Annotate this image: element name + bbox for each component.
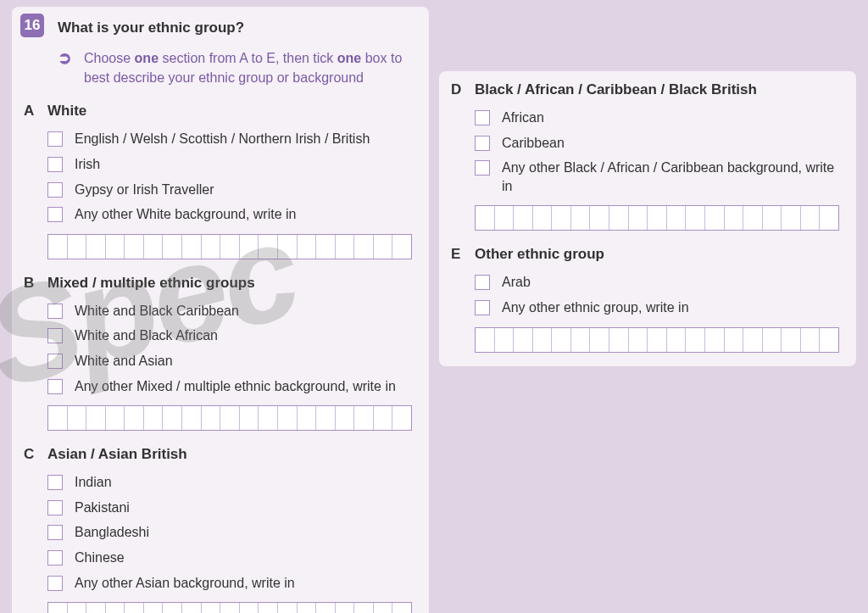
- writein-cell[interactable]: [725, 328, 744, 352]
- checkbox[interactable]: [47, 475, 63, 490]
- writein-cell[interactable]: [820, 206, 838, 230]
- writein-cell[interactable]: [820, 328, 838, 352]
- writein-cell[interactable]: [182, 235, 202, 259]
- writein-cell[interactable]: [336, 406, 355, 430]
- writein-grid-d[interactable]: [475, 205, 839, 231]
- writein-cell[interactable]: [552, 206, 571, 230]
- writein-cell[interactable]: [763, 206, 782, 230]
- writein-cell[interactable]: [782, 328, 801, 352]
- checkbox[interactable]: [475, 160, 490, 176]
- writein-cell[interactable]: [354, 603, 374, 613]
- writein-cell[interactable]: [374, 235, 393, 259]
- checkbox[interactable]: [47, 354, 63, 369]
- checkbox[interactable]: [47, 157, 63, 172]
- writein-cell[interactable]: [48, 235, 68, 259]
- writein-cell[interactable]: [144, 235, 164, 259]
- writein-cell[interactable]: [743, 328, 763, 352]
- writein-cell[interactable]: [278, 235, 298, 259]
- checkbox[interactable]: [47, 182, 63, 198]
- writein-cell[interactable]: [476, 328, 495, 352]
- writein-cell[interactable]: [782, 206, 801, 230]
- writein-cell[interactable]: [667, 206, 687, 230]
- writein-cell[interactable]: [392, 406, 411, 430]
- checkbox[interactable]: [47, 379, 63, 394]
- writein-cell[interactable]: [202, 235, 221, 259]
- writein-cell[interactable]: [590, 206, 609, 230]
- writein-cell[interactable]: [571, 206, 591, 230]
- writein-cell[interactable]: [220, 235, 240, 259]
- writein-cell[interactable]: [374, 603, 393, 613]
- writein-cell[interactable]: [316, 235, 336, 259]
- checkbox[interactable]: [47, 328, 63, 343]
- writein-cell[interactable]: [86, 603, 106, 613]
- checkbox[interactable]: [47, 576, 63, 591]
- writein-cell[interactable]: [533, 328, 553, 352]
- writein-cell[interactable]: [106, 235, 125, 259]
- writein-cell[interactable]: [144, 603, 164, 613]
- writein-cell[interactable]: [705, 328, 725, 352]
- writein-cell[interactable]: [86, 235, 106, 259]
- writein-cell[interactable]: [259, 235, 278, 259]
- checkbox[interactable]: [475, 275, 490, 290]
- writein-grid-b[interactable]: [47, 405, 412, 431]
- writein-grid-e[interactable]: [475, 327, 839, 353]
- writein-cell[interactable]: [629, 328, 648, 352]
- writein-cell[interactable]: [163, 603, 182, 613]
- writein-cell[interactable]: [106, 406, 125, 430]
- checkbox[interactable]: [47, 550, 63, 566]
- writein-cell[interactable]: [590, 328, 609, 352]
- writein-cell[interactable]: [240, 235, 259, 259]
- writein-cell[interactable]: [667, 328, 687, 352]
- checkbox[interactable]: [47, 207, 63, 222]
- writein-cell[interactable]: [125, 406, 144, 430]
- writein-cell[interactable]: [495, 328, 515, 352]
- checkbox[interactable]: [475, 300, 490, 315]
- writein-grid-a[interactable]: [47, 234, 412, 259]
- writein-cell[interactable]: [182, 603, 202, 613]
- checkbox[interactable]: [475, 110, 490, 125]
- writein-cell[interactable]: [259, 603, 278, 613]
- writein-cell[interactable]: [648, 206, 667, 230]
- writein-cell[interactable]: [609, 206, 629, 230]
- writein-cell[interactable]: [163, 406, 182, 430]
- writein-cell[interactable]: [705, 206, 725, 230]
- writein-cell[interactable]: [202, 603, 221, 613]
- writein-cell[interactable]: [240, 603, 259, 613]
- writein-cell[interactable]: [202, 406, 221, 430]
- writein-cell[interactable]: [240, 406, 259, 430]
- writein-cell[interactable]: [336, 603, 355, 613]
- writein-cell[interactable]: [514, 328, 533, 352]
- writein-cell[interactable]: [514, 206, 533, 230]
- checkbox[interactable]: [47, 500, 63, 515]
- writein-cell[interactable]: [571, 328, 591, 352]
- writein-cell[interactable]: [48, 603, 68, 613]
- writein-cell[interactable]: [533, 206, 553, 230]
- writein-cell[interactable]: [552, 328, 571, 352]
- writein-cell[interactable]: [648, 328, 667, 352]
- writein-cell[interactable]: [163, 235, 182, 259]
- writein-cell[interactable]: [686, 328, 705, 352]
- writein-cell[interactable]: [495, 206, 515, 230]
- writein-cell[interactable]: [476, 206, 495, 230]
- writein-grid-c[interactable]: [47, 602, 412, 613]
- writein-cell[interactable]: [686, 206, 705, 230]
- writein-cell[interactable]: [278, 603, 298, 613]
- writein-cell[interactable]: [125, 235, 144, 259]
- writein-cell[interactable]: [298, 603, 317, 613]
- writein-cell[interactable]: [68, 603, 87, 613]
- writein-cell[interactable]: [86, 406, 106, 430]
- writein-cell[interactable]: [609, 328, 629, 352]
- writein-cell[interactable]: [220, 603, 240, 613]
- writein-cell[interactable]: [68, 235, 87, 259]
- writein-cell[interactable]: [106, 603, 125, 613]
- writein-cell[interactable]: [336, 235, 355, 259]
- writein-cell[interactable]: [220, 406, 240, 430]
- checkbox[interactable]: [47, 304, 63, 319]
- writein-cell[interactable]: [316, 603, 336, 613]
- writein-cell[interactable]: [743, 206, 763, 230]
- writein-cell[interactable]: [182, 406, 202, 430]
- writein-cell[interactable]: [48, 406, 68, 430]
- writein-cell[interactable]: [68, 406, 87, 430]
- writein-cell[interactable]: [144, 406, 164, 430]
- checkbox[interactable]: [47, 131, 63, 147]
